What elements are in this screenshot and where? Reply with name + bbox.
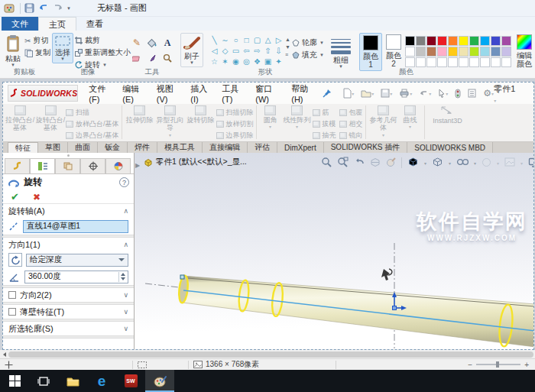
fill-bucket-icon[interactable] — [145, 36, 159, 50]
outline-button[interactable]: 轮廓▼ — [292, 37, 324, 48]
edge-browser-button[interactable]: e — [87, 370, 116, 392]
menu-edit[interactable]: 编辑(E) — [122, 83, 146, 104]
boundary-boss-button[interactable]: 边界凸台/基体 — [66, 131, 119, 141]
scrollbar-thumb[interactable] — [8, 352, 533, 358]
eraser-icon[interactable] — [130, 51, 144, 65]
ok-icon[interactable]: ✔ — [11, 191, 19, 202]
extruded-boss-button[interactable]: 拉伸凸台/基体 — [5, 105, 35, 132]
reference-geometry-button[interactable]: 参考几何体▾ — [368, 105, 399, 138]
tab-sheet-metal[interactable]: 钣金 — [98, 142, 128, 153]
revolved-boss-button[interactable]: 旋转凸台/基体 — [35, 105, 66, 132]
angle-spinner[interactable] — [118, 272, 127, 282]
revolved-cut-button[interactable]: 旋转切除 — [186, 105, 216, 124]
resize-button[interactable]: 重新调整大小 — [75, 47, 131, 58]
undo-icon[interactable] — [37, 2, 50, 15]
palette-swatch[interactable] — [459, 47, 469, 57]
vertex-marker[interactable] — [180, 275, 184, 279]
zoom-in-icon[interactable]: + — [524, 361, 529, 369]
menu-insert[interactable]: 插入(I) — [190, 83, 211, 104]
palette-swatch[interactable] — [480, 36, 490, 46]
menu-help[interactable]: 帮助(H) — [291, 83, 315, 104]
mirror-button[interactable]: 镜向 — [339, 131, 363, 141]
lofted-cut-button[interactable]: 放样切割 — [216, 119, 254, 129]
shell-button[interactable]: 抽壳 — [313, 131, 336, 141]
curves-button[interactable]: 曲线▾ — [399, 105, 422, 129]
palette-swatch[interactable] — [448, 47, 458, 57]
pin-icon[interactable] — [323, 89, 332, 98]
palette-swatch[interactable] — [501, 36, 511, 46]
tab-mold-tools[interactable]: 模具工具 — [157, 142, 203, 153]
palette-swatch[interactable] — [405, 47, 415, 57]
palette-swatch[interactable] — [416, 36, 426, 46]
select-dropdown-icon[interactable]: ▼ — [60, 57, 65, 61]
palette-swatch-empty[interactable] — [480, 57, 490, 67]
palette-swatch-empty[interactable] — [437, 57, 447, 67]
shapes-grid[interactable]: ╲∼○□▢△▷ ◁◇▭⇦⇨⇧⇩ ☆✶◉◎❖▣✦ — [208, 33, 285, 66]
cancel-icon[interactable]: ✖ — [33, 192, 41, 202]
print-icon[interactable]: ▾ — [399, 89, 412, 98]
palette-swatch[interactable] — [416, 47, 426, 57]
lofted-boss-button[interactable]: 放样凸台/基体 — [66, 119, 119, 129]
palette-swatch-empty[interactable] — [416, 57, 426, 67]
options-gear-icon[interactable]: ⚙▾ — [483, 88, 494, 99]
task-view-button[interactable] — [29, 370, 58, 392]
scroll-left-icon[interactable] — [0, 350, 8, 358]
palette-swatch-empty[interactable] — [501, 57, 511, 67]
display-manager-tab[interactable] — [105, 158, 131, 173]
palette-swatch[interactable] — [469, 36, 479, 46]
select-button[interactable]: 选择 ▼ — [52, 33, 73, 63]
document-switcher-button[interactable]: 零件1 ▾ — [494, 83, 517, 104]
pencil-icon[interactable]: ✎ — [130, 36, 144, 50]
file-explorer-button[interactable] — [58, 370, 87, 392]
direction2-checkbox[interactable] — [8, 291, 16, 299]
angle-input[interactable]: 360.00度 — [24, 271, 128, 283]
graphics-viewport[interactable]: ▶ 零件1 (默认<<默认>_显... ▾ ▾ ▾ ▾ ▾ — [135, 153, 533, 349]
menu-view[interactable]: 视图(V) — [157, 83, 180, 104]
horizontal-scrollbar[interactable] — [0, 350, 535, 358]
paint-app-button[interactable] — [145, 370, 174, 392]
draft-button[interactable]: 拔模 — [313, 119, 336, 129]
solidworks-app-button[interactable]: SW — [116, 370, 145, 392]
tab-direct-editing[interactable]: 直接编辑 — [203, 142, 248, 153]
palette-swatch-empty[interactable] — [448, 57, 458, 67]
thin-feature-checkbox[interactable] — [8, 308, 16, 316]
palette-swatch-empty[interactable] — [405, 57, 415, 67]
direction1-section-header[interactable]: 方向1(1)∧ — [3, 238, 134, 251]
brushes-button[interactable]: 刷子 ▼ — [180, 33, 203, 67]
tab-surfaces[interactable]: 曲面 — [68, 142, 98, 153]
shapes-scroll-up-icon[interactable]: ▲ — [285, 37, 290, 42]
shapes-more-icon[interactable]: ≡ — [285, 52, 290, 57]
zoom-out-icon[interactable]: − — [468, 361, 472, 369]
selected-contours-section-header[interactable]: 所选轮廓(S)∨ — [3, 322, 134, 335]
edit-colors-button[interactable]: 编辑颜色 — [511, 33, 535, 70]
linear-pattern-button[interactable]: 线性阵列▾ — [282, 105, 313, 129]
axis-section-header[interactable]: 旋转轴(A)∧ — [3, 204, 134, 218]
palette-swatch[interactable] — [405, 36, 415, 46]
cut-button[interactable]: ✂剪切 — [24, 35, 50, 46]
paste-button[interactable]: 粘贴 ▼ — [3, 33, 23, 69]
palette-swatch[interactable] — [491, 36, 501, 46]
configuration-manager-tab[interactable] — [55, 158, 80, 173]
crop-button[interactable]: 裁剪 — [75, 35, 131, 46]
help-icon[interactable]: ? — [119, 177, 129, 187]
palette-swatch[interactable] — [448, 36, 458, 46]
swept-boss-button[interactable]: 扫描 — [66, 108, 119, 118]
swept-cut-button[interactable]: 扫描切除 — [216, 108, 254, 118]
qat-dropdown-icon[interactable]: ▼ — [66, 6, 71, 11]
pasted-screenshot-selection[interactable]: SOLIDWORKS 文件(F) 编辑(E) 视图(V) 插入(I) 工具(T)… — [2, 82, 534, 350]
shapes-scroll-down-icon[interactable]: ▼ — [285, 44, 290, 50]
outline-dropdown-icon[interactable]: ▼ — [319, 40, 324, 45]
palette-swatch[interactable] — [501, 47, 511, 57]
wrap-button[interactable]: 包覆 — [339, 108, 363, 118]
palette-swatch-empty[interactable] — [459, 57, 469, 67]
color1-button[interactable]: 颜色1 — [359, 33, 382, 71]
shaft-body[interactable] — [183, 276, 533, 347]
thin-feature-section-header[interactable]: 薄壁特征(T)∨ — [3, 305, 134, 319]
panel-grip[interactable] — [3, 153, 134, 158]
rebuild-icon[interactable] — [455, 89, 461, 99]
palette-swatch[interactable] — [437, 36, 447, 46]
file-properties-icon[interactable] — [468, 89, 476, 98]
brushes-dropdown-icon[interactable]: ▼ — [190, 60, 194, 65]
tab-view[interactable]: 查看 — [76, 17, 113, 31]
select-cursor-icon[interactable]: ▾ — [438, 89, 448, 98]
